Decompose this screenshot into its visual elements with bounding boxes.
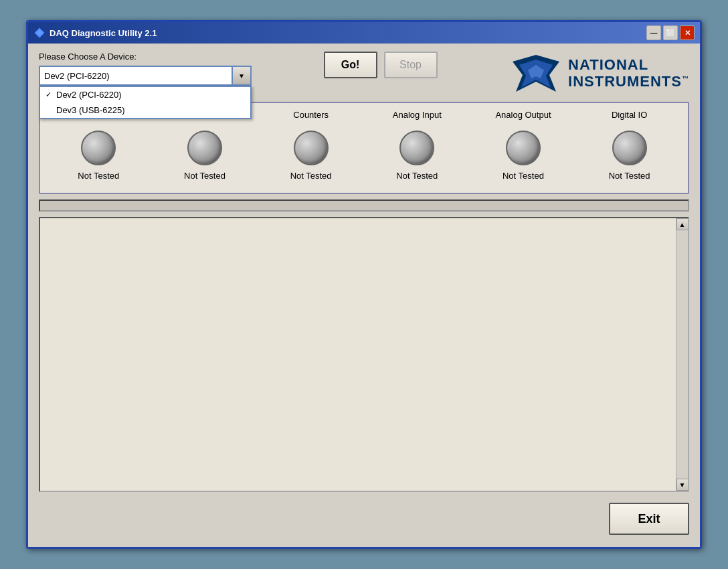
led-label-counters: Not Tested [290, 171, 332, 181]
indicators-row: Not Tested Not Tested Not Tested Not Tes… [46, 125, 682, 186]
app-icon [33, 27, 46, 39]
go-button[interactable]: Go! [324, 52, 377, 78]
dropdown-menu: ✓ Dev2 (PCI-6220) Dev3 (USB-6225) [39, 86, 252, 119]
top-row: Please Choose A Device: Dev2 (PCI-6220) … [39, 52, 689, 95]
progress-bar [39, 199, 689, 212]
log-area[interactable]: ▲ ▼ [39, 217, 689, 492]
tab-counters[interactable]: Counters [278, 110, 345, 120]
led-label-device-detection: Not Tested [78, 171, 119, 181]
dropdown-item-dev3[interactable]: Dev3 (USB-6225) [40, 102, 250, 118]
minimize-button[interactable]: — [646, 25, 661, 40]
ni-logo-text: NATIONAL INSTRUMENTS™ [568, 57, 689, 89]
indicator-device-detection: Not Tested [65, 131, 132, 181]
exit-button[interactable]: Exit [609, 503, 689, 535]
tab-analog-input[interactable]: Analog Input [383, 110, 450, 120]
led-analog-input [399, 131, 434, 165]
scroll-up-button[interactable]: ▲ [676, 218, 689, 230]
led-label-digital-io: Not Tested [609, 171, 650, 181]
main-window: DAQ Diagnostic Utility 2.1 — ⬜ ✕ Please … [26, 20, 702, 549]
log-scrollbar: ▲ ▼ [676, 218, 688, 491]
led-label-analog-output: Not Tested [503, 171, 544, 181]
dropdown-item-dev2[interactable]: ✓ Dev2 (PCI-6220) [40, 87, 250, 102]
indicator-analog-input: Not Tested [383, 131, 450, 181]
titlebar-left: DAQ Diagnostic Utility 2.1 [33, 27, 157, 39]
checkmark-icon: ✓ [46, 90, 54, 99]
indicator-analog-output: Not Tested [490, 131, 557, 181]
dropdown-arrow-button[interactable]: ▼ [233, 66, 252, 86]
led-digital-io [612, 131, 647, 165]
maximize-button[interactable]: ⬜ [663, 25, 678, 40]
ni-bird-icon [509, 52, 563, 95]
ni-instruments-label: INSTRUMENTS™ [568, 74, 689, 90]
led-analog-output [506, 131, 541, 165]
scroll-down-button[interactable]: ▼ [676, 479, 689, 491]
window-title: DAQ Diagnostic Utility 2.1 [50, 28, 157, 38]
device-select-row: Dev2 (PCI-6220) ✓ Dev2 (PCI-6220) Dev3 (… [39, 66, 252, 86]
button-row: Go! Stop [324, 52, 438, 78]
tab-analog-output[interactable]: Analog Output [490, 110, 557, 120]
led-label-analog-input: Not Tested [396, 171, 438, 181]
combined-section: Device Detection Calibration Counters An… [39, 102, 689, 492]
device-select-wrapper: Dev2 (PCI-6220) ✓ Dev2 (PCI-6220) Dev3 (… [39, 66, 233, 86]
content-area: Please Choose A Device: Dev2 (PCI-6220) … [28, 44, 700, 547]
ni-logo: NATIONAL INSTRUMENTS™ [509, 52, 689, 95]
close-button[interactable]: ✕ [680, 25, 695, 40]
bottom-row: Exit [39, 499, 689, 539]
indicator-digital-io: Not Tested [596, 131, 663, 181]
led-calibration [187, 131, 222, 165]
titlebar-buttons: — ⬜ ✕ [646, 25, 695, 40]
ni-national-label: NATIONAL [568, 57, 689, 73]
led-counters [294, 131, 329, 165]
stop-button: Stop [384, 52, 438, 78]
tab-digital-io[interactable]: Digital IO [596, 110, 663, 120]
device-section: Please Choose A Device: Dev2 (PCI-6220) … [39, 52, 252, 86]
indicator-calibration: Not Tested [171, 131, 238, 181]
indicator-counters: Not Tested [278, 131, 345, 181]
titlebar: DAQ Diagnostic Utility 2.1 — ⬜ ✕ [28, 22, 700, 44]
led-device-detection [81, 131, 116, 165]
device-label: Please Choose A Device: [39, 52, 252, 62]
device-select-box[interactable]: Dev2 (PCI-6220) [39, 66, 233, 86]
led-label-calibration: Not Tested [184, 171, 225, 181]
